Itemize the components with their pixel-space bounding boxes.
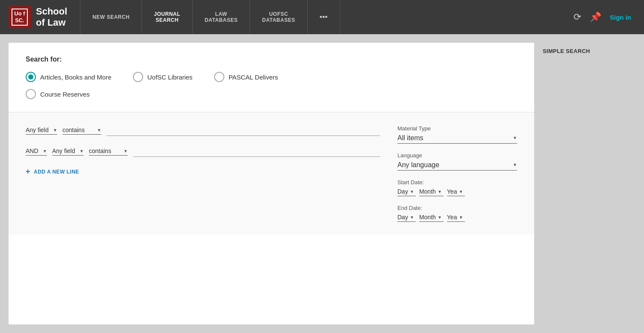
radio-articles[interactable]: Articles, Books and More bbox=[26, 72, 112, 82]
radio-pascal[interactable]: PASCAL Delivers bbox=[214, 72, 278, 82]
search-input-2[interactable] bbox=[133, 146, 380, 157]
main-content: Search for: Articles, Books and More Uof… bbox=[0, 34, 644, 333]
condition-select-2[interactable]: contains exact begins with bbox=[89, 147, 128, 154]
start-day-select[interactable]: Day bbox=[397, 188, 415, 195]
start-year-wrapper: Yea ▼ bbox=[447, 188, 465, 196]
boolean-select-wrapper: AND OR NOT ▼ bbox=[26, 147, 47, 156]
radio-course-reserves-label: Course Reserves bbox=[40, 91, 90, 98]
plus-icon: + bbox=[26, 167, 30, 176]
field-select-1[interactable]: Any field Title Author Subject bbox=[26, 127, 57, 133]
start-month-wrapper: Month ▼ bbox=[419, 188, 444, 196]
material-type-label: Material Type bbox=[397, 125, 517, 132]
condition-select-2-wrapper: contains exact begins with ▼ bbox=[89, 147, 128, 156]
search-for-section: Search for: Articles, Books and More Uof… bbox=[9, 43, 534, 112]
radio-options: Articles, Books and More UofSC Libraries… bbox=[26, 72, 517, 99]
end-year-select[interactable]: Yea bbox=[447, 214, 464, 221]
material-type-group: Material Type All items Books Articles J… bbox=[397, 125, 517, 144]
condition-select-1[interactable]: contains exact begins with bbox=[62, 127, 101, 133]
nav-law-databases[interactable]: LAWDATABASES bbox=[193, 0, 250, 34]
language-group: Language Any language English Spanish Fr… bbox=[397, 152, 517, 171]
school-name: School of Law bbox=[36, 6, 67, 29]
end-month-select[interactable]: Month bbox=[419, 214, 443, 221]
language-select-wrapper: Any language English Spanish French ▼ bbox=[397, 161, 517, 171]
language-label: Language bbox=[397, 152, 517, 159]
end-date-row: Day ▼ Month ▼ bbox=[397, 214, 517, 222]
logo-text-box: Uo fSC. bbox=[12, 9, 27, 25]
radio-uofsc-label: UofSC Libraries bbox=[147, 74, 193, 81]
radio-articles-circle bbox=[26, 72, 36, 82]
history-icon[interactable]: ⟳ bbox=[573, 12, 581, 23]
search-for-label: Search for: bbox=[26, 56, 517, 63]
radio-pascal-label: PASCAL Delivers bbox=[229, 74, 278, 81]
right-sidebar: SIMPLE SEARCH bbox=[543, 43, 603, 324]
main-nav: NEW SEARCH JOURNALSEARCH LAWDATABASES UO… bbox=[80, 0, 573, 34]
field-select-1-wrapper: Any field Title Author Subject ▼ bbox=[26, 127, 57, 135]
header: Uo fSC. School of Law NEW SEARCH JOURNAL… bbox=[0, 0, 644, 34]
radio-uofsc-circle bbox=[133, 72, 143, 82]
condition-select-1-wrapper: contains exact begins with ▼ bbox=[62, 127, 101, 135]
field-select-2-wrapper: Any field Title Author Subject ▼ bbox=[52, 147, 84, 156]
search-panel: Search for: Articles, Books and More Uof… bbox=[9, 43, 534, 324]
radio-pascal-circle bbox=[214, 72, 224, 82]
end-year-wrapper: Yea ▼ bbox=[447, 214, 465, 222]
start-date-row: Day ▼ Month ▼ bbox=[397, 188, 517, 196]
logo-box: Uo fSC. bbox=[9, 6, 31, 28]
language-arrow: ▼ bbox=[513, 162, 517, 167]
material-type-select[interactable]: All items Books Articles Journals bbox=[397, 134, 513, 141]
add-new-line-label: ADD A NEW LINE bbox=[34, 169, 79, 175]
radio-course-reserves-circle bbox=[26, 89, 36, 99]
logo-area[interactable]: Uo fSC. School of Law bbox=[9, 6, 67, 29]
start-day-wrapper: Day ▼ bbox=[397, 188, 416, 196]
end-date-group: End Date: Day ▼ Month bbox=[397, 205, 517, 222]
nav-journal-search[interactable]: JOURNALSEARCH bbox=[142, 0, 193, 34]
sign-in-link[interactable]: Sign in bbox=[610, 14, 631, 21]
search-input-1[interactable] bbox=[106, 125, 380, 136]
advanced-section: Any field Title Author Subject ▼ contain… bbox=[9, 112, 534, 235]
nav-right: ⟳ 📌 Sign in bbox=[573, 12, 635, 23]
radio-uofsc[interactable]: UofSC Libraries bbox=[133, 72, 193, 82]
material-type-arrow: ▼ bbox=[513, 136, 517, 140]
radio-course-reserves[interactable]: Course Reserves bbox=[26, 89, 517, 99]
nav-more[interactable]: ••• bbox=[308, 0, 340, 34]
end-day-wrapper: Day ▼ bbox=[397, 214, 416, 222]
search-row-2: AND OR NOT ▼ Any field Title Author bbox=[26, 146, 380, 157]
search-rows: Any field Title Author Subject ▼ contain… bbox=[26, 125, 380, 222]
start-date-label: Start Date: bbox=[397, 179, 517, 186]
boolean-select[interactable]: AND OR NOT bbox=[26, 147, 47, 154]
start-date-group: Start Date: Day ▼ Month bbox=[397, 179, 517, 196]
pin-icon[interactable]: 📌 bbox=[590, 12, 601, 23]
material-type-select-wrapper: All items Books Articles Journals ▼ bbox=[397, 134, 517, 144]
add-new-line-button[interactable]: + ADD A NEW LINE bbox=[26, 167, 79, 176]
nav-uofsc-databases[interactable]: UOFSCDATABASES bbox=[250, 0, 307, 34]
language-select[interactable]: Any language English Spanish French bbox=[397, 161, 513, 168]
simple-search-link[interactable]: SIMPLE SEARCH bbox=[543, 48, 590, 54]
end-date-label: End Date: bbox=[397, 205, 517, 211]
nav-new-search[interactable]: NEW SEARCH bbox=[80, 0, 142, 34]
end-day-select[interactable]: Day bbox=[397, 214, 415, 221]
start-month-select[interactable]: Month bbox=[419, 188, 443, 195]
start-year-select[interactable]: Yea bbox=[447, 188, 464, 195]
search-row-1: Any field Title Author Subject ▼ contain… bbox=[26, 125, 380, 136]
end-month-wrapper: Month ▼ bbox=[419, 214, 444, 222]
radio-articles-label: Articles, Books and More bbox=[40, 74, 112, 81]
filters-panel: Material Type All items Books Articles J… bbox=[397, 125, 517, 222]
field-select-2[interactable]: Any field Title Author Subject bbox=[52, 147, 84, 154]
